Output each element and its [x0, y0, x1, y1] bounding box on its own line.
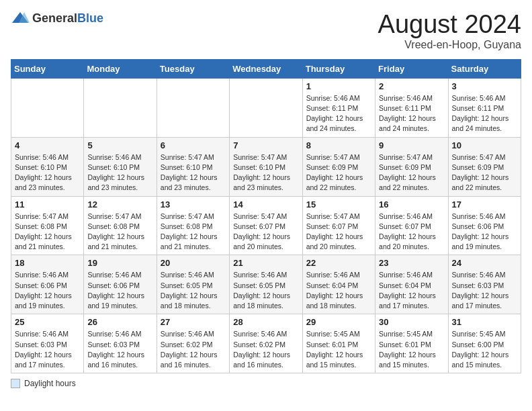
- day-info-text: Sunrise: 5:46 AMSunset: 6:05 PMDaylight:…: [161, 270, 226, 311]
- day-number: 30: [379, 317, 444, 327]
- calendar-cell: 7Sunrise: 5:47 AMSunset: 6:10 PMDaylight…: [230, 137, 302, 196]
- day-number: 15: [306, 199, 371, 210]
- calendar-cell: 23Sunrise: 5:46 AMSunset: 6:04 PMDayligh…: [375, 255, 448, 314]
- day-info-text: Sunrise: 5:46 AMSunset: 6:11 PMDaylight:…: [452, 93, 517, 134]
- day-info-text: Sunrise: 5:45 AMSunset: 6:01 PMDaylight:…: [306, 329, 371, 370]
- day-number: 6: [161, 140, 226, 150]
- day-number: 24: [452, 258, 517, 268]
- calendar-header-monday: Monday: [84, 59, 157, 78]
- calendar-header-saturday: Saturday: [448, 59, 521, 78]
- day-info-text: Sunrise: 5:47 AMSunset: 6:10 PMDaylight:…: [233, 152, 298, 193]
- day-number: 12: [87, 199, 152, 210]
- day-number: 20: [161, 258, 226, 268]
- calendar-header-wednesday: Wednesday: [230, 59, 302, 78]
- day-number: 25: [15, 317, 80, 327]
- title-area: August 2024 Vreed-en-Hoop, Guyana: [378, 11, 521, 51]
- day-info-text: Sunrise: 5:47 AMSunset: 6:08 PMDaylight:…: [161, 212, 226, 253]
- day-info-text: Sunrise: 5:47 AMSunset: 6:08 PMDaylight:…: [15, 212, 80, 253]
- day-number: 21: [233, 258, 298, 268]
- day-number: 27: [161, 317, 226, 327]
- calendar-cell: 27Sunrise: 5:46 AMSunset: 6:02 PMDayligh…: [157, 314, 229, 373]
- calendar-header-sunday: Sunday: [11, 59, 84, 78]
- calendar-cell: 22Sunrise: 5:46 AMSunset: 6:04 PMDayligh…: [302, 255, 375, 314]
- day-number: 14: [233, 199, 298, 210]
- calendar-cell: 18Sunrise: 5:46 AMSunset: 6:06 PMDayligh…: [11, 255, 84, 314]
- calendar-cell: 14Sunrise: 5:47 AMSunset: 6:07 PMDayligh…: [230, 196, 302, 255]
- day-number: 19: [87, 258, 152, 268]
- calendar-cell: 19Sunrise: 5:46 AMSunset: 6:06 PMDayligh…: [84, 255, 157, 314]
- day-info-text: Sunrise: 5:46 AMSunset: 6:03 PMDaylight:…: [452, 270, 517, 311]
- day-info-text: Sunrise: 5:47 AMSunset: 6:09 PMDaylight:…: [452, 152, 517, 193]
- day-info-text: Sunrise: 5:45 AMSunset: 6:01 PMDaylight:…: [379, 329, 444, 370]
- day-info-text: Sunrise: 5:47 AMSunset: 6:08 PMDaylight:…: [87, 212, 152, 253]
- day-number: 23: [379, 258, 444, 268]
- day-info-text: Sunrise: 5:46 AMSunset: 6:02 PMDaylight:…: [161, 329, 226, 370]
- calendar-table: SundayMondayTuesdayWednesdayThursdayFrid…: [11, 59, 521, 373]
- day-number: 9: [379, 140, 444, 150]
- day-number: 16: [379, 199, 444, 210]
- day-number: 5: [87, 140, 152, 150]
- calendar-cell: 20Sunrise: 5:46 AMSunset: 6:05 PMDayligh…: [157, 255, 229, 314]
- calendar-week-row: 11Sunrise: 5:47 AMSunset: 6:08 PMDayligh…: [11, 196, 521, 255]
- day-info-text: Sunrise: 5:47 AMSunset: 6:09 PMDaylight:…: [379, 152, 444, 193]
- calendar-cell: 24Sunrise: 5:46 AMSunset: 6:03 PMDayligh…: [448, 255, 521, 314]
- day-info-text: Sunrise: 5:46 AMSunset: 6:04 PMDaylight:…: [379, 270, 444, 311]
- calendar-cell: 9Sunrise: 5:47 AMSunset: 6:09 PMDaylight…: [375, 137, 448, 196]
- day-number: 29: [306, 317, 371, 327]
- day-number: 7: [233, 140, 298, 150]
- calendar-cell: 25Sunrise: 5:46 AMSunset: 6:03 PMDayligh…: [11, 314, 84, 373]
- day-info-text: Sunrise: 5:45 AMSunset: 6:00 PMDaylight:…: [452, 329, 517, 370]
- calendar-cell: 8Sunrise: 5:47 AMSunset: 6:09 PMDaylight…: [302, 137, 375, 196]
- calendar-cell: 31Sunrise: 5:45 AMSunset: 6:00 PMDayligh…: [448, 314, 521, 373]
- calendar-cell: 6Sunrise: 5:47 AMSunset: 6:10 PMDaylight…: [157, 137, 229, 196]
- day-info-text: Sunrise: 5:46 AMSunset: 6:07 PMDaylight:…: [379, 212, 444, 253]
- calendar-cell: [230, 78, 302, 137]
- day-info-text: Sunrise: 5:46 AMSunset: 6:10 PMDaylight:…: [87, 152, 152, 193]
- calendar-header-tuesday: Tuesday: [157, 59, 229, 78]
- location-subtitle: Vreed-en-Hoop, Guyana: [378, 39, 521, 51]
- logo-general-text: General: [32, 11, 77, 25]
- calendar-cell: 28Sunrise: 5:46 AMSunset: 6:02 PMDayligh…: [230, 314, 302, 373]
- calendar-header-thursday: Thursday: [302, 59, 375, 78]
- calendar-cell: 29Sunrise: 5:45 AMSunset: 6:01 PMDayligh…: [302, 314, 375, 373]
- calendar-cell: 21Sunrise: 5:46 AMSunset: 6:05 PMDayligh…: [230, 255, 302, 314]
- day-info-text: Sunrise: 5:46 AMSunset: 6:03 PMDaylight:…: [87, 329, 152, 370]
- day-info-text: Sunrise: 5:46 AMSunset: 6:03 PMDaylight:…: [15, 329, 80, 370]
- calendar-cell: 11Sunrise: 5:47 AMSunset: 6:08 PMDayligh…: [11, 196, 84, 255]
- footer-note: Daylight hours: [11, 379, 521, 388]
- calendar-cell: 15Sunrise: 5:47 AMSunset: 6:07 PMDayligh…: [302, 196, 375, 255]
- calendar-cell: 4Sunrise: 5:46 AMSunset: 6:10 PMDaylight…: [11, 137, 84, 196]
- header: GeneralBlue August 2024 Vreed-en-Hoop, G…: [11, 11, 521, 51]
- day-number: 17: [452, 199, 517, 210]
- calendar-cell: 10Sunrise: 5:47 AMSunset: 6:09 PMDayligh…: [448, 137, 521, 196]
- calendar-week-row: 1Sunrise: 5:46 AMSunset: 6:11 PMDaylight…: [11, 78, 521, 137]
- generalblue-logo-icon: [11, 11, 30, 26]
- calendar-week-row: 25Sunrise: 5:46 AMSunset: 6:03 PMDayligh…: [11, 314, 521, 373]
- calendar-cell: 16Sunrise: 5:46 AMSunset: 6:07 PMDayligh…: [375, 196, 448, 255]
- day-info-text: Sunrise: 5:46 AMSunset: 6:02 PMDaylight:…: [233, 329, 298, 370]
- day-number: 26: [87, 317, 152, 327]
- day-info-text: Sunrise: 5:46 AMSunset: 6:10 PMDaylight:…: [15, 152, 80, 193]
- day-info-text: Sunrise: 5:47 AMSunset: 6:09 PMDaylight:…: [306, 152, 371, 193]
- day-info-text: Sunrise: 5:47 AMSunset: 6:07 PMDaylight:…: [306, 212, 371, 253]
- day-number: 18: [15, 258, 80, 268]
- day-info-text: Sunrise: 5:46 AMSunset: 6:04 PMDaylight:…: [306, 270, 371, 311]
- logo: GeneralBlue: [11, 11, 103, 26]
- day-info-text: Sunrise: 5:46 AMSunset: 6:11 PMDaylight:…: [379, 93, 444, 134]
- daylight-label: Daylight hours: [24, 379, 76, 388]
- calendar-cell: 17Sunrise: 5:46 AMSunset: 6:06 PMDayligh…: [448, 196, 521, 255]
- day-number: 28: [233, 317, 298, 327]
- logo-blue-text: Blue: [77, 11, 103, 25]
- day-number: 1: [306, 81, 371, 91]
- calendar-week-row: 18Sunrise: 5:46 AMSunset: 6:06 PMDayligh…: [11, 255, 521, 314]
- calendar-cell: 2Sunrise: 5:46 AMSunset: 6:11 PMDaylight…: [375, 78, 448, 137]
- day-info-text: Sunrise: 5:47 AMSunset: 6:10 PMDaylight:…: [161, 152, 226, 193]
- calendar-cell: 12Sunrise: 5:47 AMSunset: 6:08 PMDayligh…: [84, 196, 157, 255]
- month-year-title: August 2024: [378, 11, 521, 39]
- day-number: 3: [452, 81, 517, 91]
- day-number: 31: [452, 317, 517, 327]
- day-info-text: Sunrise: 5:46 AMSunset: 6:11 PMDaylight:…: [306, 93, 371, 134]
- day-number: 8: [306, 140, 371, 150]
- day-info-text: Sunrise: 5:46 AMSunset: 6:06 PMDaylight:…: [87, 270, 152, 311]
- calendar-cell: [11, 78, 84, 137]
